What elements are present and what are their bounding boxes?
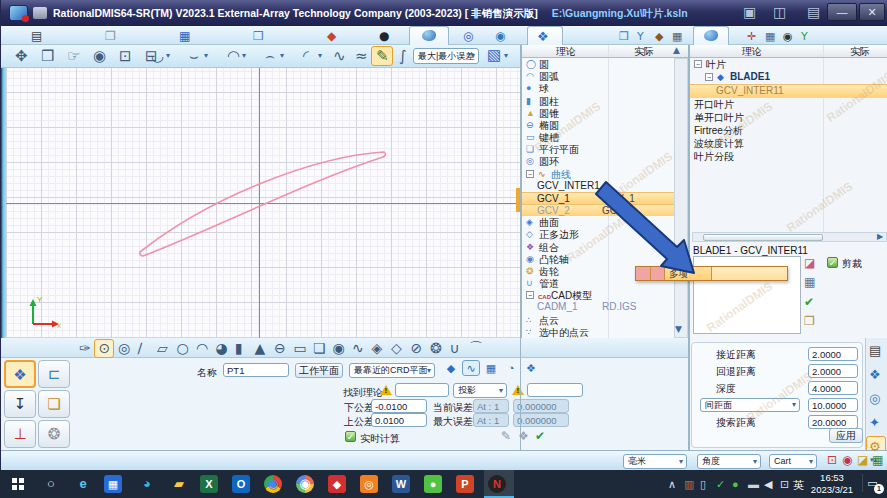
tab-blade-blob-selected[interactable] bbox=[693, 26, 729, 45]
confirm-small-icon[interactable]: ✔ bbox=[535, 430, 545, 442]
tab-box-icon[interactable]: ❒ bbox=[619, 31, 629, 42]
tree-item-球[interactable]: ●球 bbox=[522, 82, 674, 94]
notification-icon[interactable]: ▭1 bbox=[862, 474, 882, 492]
param-input-深度[interactable] bbox=[808, 381, 858, 395]
tree-item-叶片[interactable]: −叶片 bbox=[690, 58, 887, 71]
round-slot-tool-icon[interactable]: ⊘ bbox=[411, 341, 423, 355]
circle-tool-icon[interactable]: ○ bbox=[177, 341, 189, 355]
quick-menu-icon[interactable] bbox=[33, 7, 47, 19]
tray-secure-icon[interactable]: ✓ bbox=[716, 476, 725, 492]
col-actual-2[interactable]: 实际 bbox=[850, 45, 870, 58]
tray-device-icon[interactable]: ▯ bbox=[700, 476, 706, 492]
ime-indicator[interactable]: 英 bbox=[793, 477, 804, 493]
hscroll-right-icon[interactable]: ▶ bbox=[877, 233, 883, 241]
blade-tree-hscrollbar[interactable] bbox=[692, 232, 887, 242]
probe-small-icon[interactable]: ❖ bbox=[518, 430, 529, 442]
tree-item-开口叶片[interactable]: 开口叶片 bbox=[690, 98, 887, 111]
torus-tool-icon[interactable]: ◉ bbox=[333, 341, 345, 355]
tray-volume-icon[interactable]: ◀ bbox=[764, 476, 772, 492]
col-theory[interactable]: 理论 bbox=[556, 45, 576, 58]
exit-door-icon[interactable]: ❐ bbox=[804, 315, 815, 327]
tab-display-icon[interactable]: ▦ bbox=[179, 30, 190, 42]
path-view-icon[interactable]: ⌢ bbox=[265, 49, 275, 64]
annotate-pen-icon[interactable]: ✎ bbox=[376, 49, 389, 64]
probe-view-caret-icon[interactable]: ▾ bbox=[318, 52, 322, 60]
edit-board-icon[interactable]: ▦ bbox=[804, 276, 815, 288]
arc-tool-icon[interactable]: ◠ bbox=[196, 341, 208, 355]
col-theory-2[interactable]: 理论 bbox=[742, 45, 762, 58]
error-mode-dropdown[interactable]: 最大|最小误差▾ bbox=[413, 48, 479, 64]
smooth-curve-icon[interactable]: ≈ bbox=[355, 49, 368, 64]
line-tool-icon[interactable]: ∕ bbox=[138, 341, 143, 355]
start-button-icon[interactable] bbox=[12, 478, 17, 483]
scan-curve-icon[interactable]: ∿ bbox=[333, 49, 346, 64]
settings-gear-icon[interactable]: ⚙ bbox=[869, 440, 881, 453]
edit-note-icon[interactable]: ✎ bbox=[501, 430, 511, 442]
point-vector-tool-icon[interactable]: ◎ bbox=[118, 341, 130, 355]
tree-item-圆锥[interactable]: ▲圆锥 bbox=[522, 107, 674, 119]
caliper-mode-button[interactable]: ⊏ bbox=[38, 360, 70, 388]
inspect-zoom-icon[interactable]: ◎ bbox=[869, 392, 880, 405]
find-theory-input[interactable] bbox=[395, 383, 449, 397]
curve-tool-icon[interactable]: ∿ bbox=[352, 341, 364, 355]
print-icon[interactable]: ▤ bbox=[869, 344, 881, 357]
tab-sensor-icon[interactable]: ◎ bbox=[463, 30, 473, 42]
param-dropdown-间距面[interactable]: 间距面▾ bbox=[700, 398, 800, 412]
taskbar-shield-icon[interactable]: ◆ bbox=[328, 475, 346, 493]
gear-tool-icon[interactable]: ❂ bbox=[430, 341, 442, 355]
tree-item-CADM_1[interactable]: CADM_1RD.IGS bbox=[522, 301, 674, 313]
apply-button[interactable]: 应用 bbox=[829, 428, 863, 443]
zoom-region-icon[interactable]: ⊡ bbox=[119, 49, 132, 64]
realtime-checkbox[interactable] bbox=[345, 431, 356, 442]
slot-tool-icon[interactable]: ▭ bbox=[294, 341, 307, 355]
cylinder-tool-icon[interactable]: ▮ bbox=[235, 341, 243, 355]
app-logo-icon[interactable] bbox=[9, 5, 28, 21]
taskbar-edge-icon[interactable]: ◕ bbox=[136, 473, 158, 495]
probe-star-icon[interactable]: ✦ bbox=[869, 416, 880, 429]
col-actual[interactable]: 实际 bbox=[634, 45, 654, 58]
tab-machine-icon[interactable]: ▤ bbox=[31, 30, 42, 42]
tree-item-波纹度计算[interactable]: 波纹度计算 bbox=[690, 137, 887, 150]
lower-tol-input[interactable] bbox=[371, 399, 427, 413]
pan-icon[interactable]: ☞ bbox=[67, 49, 80, 64]
tree-scroll-down-icon[interactable]: ▼ bbox=[675, 325, 682, 334]
chart-caret-icon[interactable]: ▾ bbox=[504, 52, 508, 60]
hook-tool-icon[interactable]: ⌒ bbox=[469, 341, 483, 355]
tree-item-GCV_INTER11[interactable]: GCV_INTER11 bbox=[690, 84, 887, 97]
expand-toggle-icon[interactable]: − bbox=[694, 60, 702, 68]
tree-item-圆环[interactable]: ◎圆环 bbox=[522, 155, 674, 167]
import-icon[interactable]: ▤ bbox=[807, 5, 820, 19]
taskbar-word-icon[interactable]: W bbox=[392, 475, 410, 493]
taskbar-paint-icon[interactable]: ◉ bbox=[296, 475, 314, 493]
emergency-ball-icon[interactable]: ◉ bbox=[842, 454, 852, 466]
fit-view-caret-icon[interactable]: ▾ bbox=[166, 52, 170, 60]
transform-icon[interactable]: ✥ bbox=[15, 49, 28, 64]
form-tab-angle[interactable]: ◔ bbox=[502, 360, 520, 376]
angle-dropdown[interactable]: 角度▾ bbox=[697, 454, 761, 469]
polygon-tool-icon[interactable]: ◇ bbox=[391, 341, 402, 355]
crd-plane-dropdown[interactable]: 最靠近的CRD平面▾ bbox=[349, 363, 435, 378]
tab-model-icon[interactable]: ❒ bbox=[253, 30, 264, 42]
tree-item-点云[interactable]: ∴点云 bbox=[522, 314, 674, 326]
workplane-button[interactable]: 工作平面 bbox=[295, 363, 343, 378]
tab-right-monitor-icon[interactable]: ▦ bbox=[765, 31, 775, 42]
confirm-check-icon[interactable]: ✔ bbox=[804, 296, 814, 308]
form-tab-feature[interactable]: ◆ bbox=[442, 360, 460, 376]
tree-item-CAD模型[interactable]: −CADCAD模型 bbox=[522, 289, 674, 301]
arc-view-caret-icon[interactable]: ▾ bbox=[204, 52, 208, 60]
tree-item-单开口叶片[interactable]: 单开口叶片 bbox=[690, 111, 887, 124]
param-input-搜索距离[interactable] bbox=[808, 415, 858, 429]
tree-item-圆弧[interactable]: ◠圆弧 bbox=[522, 70, 674, 82]
tab-cube-icon[interactable]: ❖ bbox=[537, 30, 549, 43]
param-input-间距面[interactable] bbox=[808, 398, 858, 412]
probe-pick-tool-icon[interactable]: ✑ bbox=[79, 341, 91, 355]
form-tab-graph[interactable]: ∿ bbox=[462, 360, 480, 376]
projection-input[interactable] bbox=[527, 383, 583, 397]
csys-mode-button[interactable]: ⊥ bbox=[4, 420, 36, 448]
tray-card-icon[interactable]: ▬ bbox=[748, 476, 759, 492]
minimize-button[interactable]: — bbox=[827, 3, 857, 21]
taskbar-clock[interactable]: 16:53 2023/3/21 bbox=[806, 472, 858, 496]
tools-mode-button[interactable]: ❂ bbox=[38, 420, 70, 448]
tab-document-icon[interactable]: ❐ bbox=[105, 30, 116, 42]
ellipse-tool-icon[interactable]: ⊖ bbox=[274, 341, 286, 355]
